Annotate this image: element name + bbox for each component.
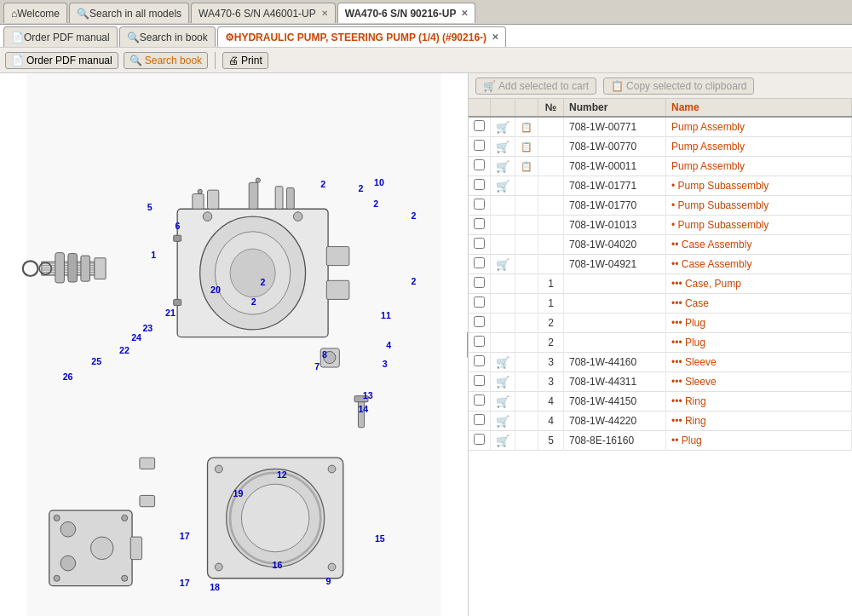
cart-icon[interactable]: 🛒	[496, 141, 509, 153]
cart-icon[interactable]: 🛒	[496, 395, 509, 408]
cart-icon[interactable]: 🛒	[496, 160, 509, 173]
row-checkbox[interactable]	[474, 355, 485, 366]
svg-text:23: 23	[142, 323, 153, 333]
part-name: • Pump Subassembly	[666, 196, 852, 216]
svg-text:2: 2	[411, 210, 416, 221]
tab-wa470-a46001[interactable]: WA470-6 S/N A46001-UP ✕	[191, 3, 336, 23]
row-checkbox[interactable]	[474, 218, 485, 229]
row-checkbox[interactable]	[474, 336, 485, 347]
svg-point-29	[198, 189, 202, 193]
row-checkbox[interactable]	[474, 257, 485, 268]
cart-cell: 🛒	[491, 412, 515, 431]
svg-point-50	[54, 575, 60, 581]
svg-point-38	[328, 465, 336, 473]
row-checkbox[interactable]	[474, 296, 485, 308]
cart-icon[interactable]: 🛒	[496, 258, 509, 271]
part-name: • Pump Subassembly	[666, 176, 852, 196]
part-number: 708-1W-44311	[564, 372, 666, 392]
table-row: 🛒5708-8E-16160•• Plug	[469, 431, 852, 451]
row-checkbox[interactable]	[474, 316, 485, 327]
cart-icon[interactable]: 🛒	[496, 356, 509, 369]
svg-rect-21	[55, 253, 65, 283]
table-row: 2••• Plug	[469, 314, 852, 333]
svg-rect-28	[286, 187, 294, 209]
tab-welcome[interactable]: ⌂ Welcome	[3, 3, 67, 23]
row-checkbox[interactable]	[474, 159, 485, 170]
row-checkbox[interactable]	[474, 434, 485, 445]
svg-rect-27	[275, 187, 283, 210]
collapse-arrow[interactable]: ›	[467, 332, 469, 358]
cart-cell: 🛒	[491, 117, 515, 137]
tab-wa470-90216[interactable]: WA470-6 S/N 90216-UP ✕	[337, 3, 476, 23]
svg-rect-47	[130, 537, 141, 560]
copy-clipboard-button[interactable]: 📋 Copy selected to clipboard	[603, 78, 754, 95]
clip-cell	[515, 196, 538, 216]
close-tab-wa470-a46001[interactable]: ✕	[321, 9, 328, 18]
clip-icon[interactable]: 📋	[521, 141, 532, 152]
row-checkbox[interactable]	[474, 179, 485, 190]
svg-text:2: 2	[373, 199, 378, 209]
cart-icon[interactable]: 🛒	[496, 121, 509, 134]
gear-icon: ⚙	[225, 32, 234, 43]
col-name-header: Name	[666, 99, 852, 117]
cart-icon[interactable]: 🛒	[496, 415, 509, 428]
cart-icon[interactable]: 🛒	[496, 435, 509, 447]
cart-cell: 🛒	[491, 372, 515, 392]
part-name: Pump Assembly	[666, 137, 852, 157]
svg-text:16: 16	[273, 560, 283, 570]
row-checkbox[interactable]	[474, 199, 485, 210]
main-content: 1 2 2 2 2 2 2 2 3 4 5 6 7 8 9 10 11 12 1…	[0, 73, 852, 616]
tab-hydraulic[interactable]: ⚙ HYDRAULIC PUMP, STEERING PUMP (1/4) (#…	[217, 26, 506, 47]
cart-cell	[491, 196, 515, 216]
row-checkbox[interactable]	[474, 120, 485, 131]
tab-search-book[interactable]: 🔍 Search in book	[119, 26, 216, 47]
cart-icon[interactable]: 🛒	[496, 376, 509, 389]
svg-text:8: 8	[322, 349, 327, 360]
row-num: 2	[538, 333, 564, 353]
row-checkbox[interactable]	[474, 375, 485, 386]
row-checkbox[interactable]	[474, 394, 485, 406]
svg-rect-10	[326, 280, 349, 299]
table-row: 1••• Case, Pump	[469, 274, 852, 294]
part-number: 708-1W-01013	[564, 216, 666, 235]
cart-cell: 🛒	[491, 137, 515, 157]
table-row: 708-1W-04020•• Case Assembly	[469, 235, 852, 255]
part-number	[564, 294, 666, 314]
close-tab-wa470-90216[interactable]: ✕	[461, 9, 468, 18]
row-num	[538, 216, 564, 235]
print-icon: 🖨	[228, 55, 239, 66]
cart-cell	[491, 333, 515, 353]
add-to-cart-button[interactable]: 🛒 Add selected to cart	[475, 78, 596, 95]
close-tab-hydraulic[interactable]: ✕	[492, 32, 498, 42]
search-icon: 🔍	[77, 8, 89, 20]
search-book-button[interactable]: 🔍 Search book	[124, 52, 208, 69]
row-num	[538, 235, 564, 255]
clipboard-icon: 📋	[611, 80, 624, 92]
svg-rect-20	[68, 253, 78, 282]
table-row: 708-1W-01770• Pump Subassembly	[469, 196, 852, 216]
svg-rect-8	[174, 299, 181, 305]
row-checkbox[interactable]	[474, 238, 485, 249]
row-checkbox[interactable]	[474, 140, 485, 151]
cart-icon[interactable]: 🛒	[496, 180, 509, 193]
diagram-panel: 1 2 2 2 2 2 2 2 3 4 5 6 7 8 9 10 11 12 1…	[0, 73, 469, 616]
part-name: Pump Assembly	[666, 157, 852, 176]
col-clip-icon	[515, 99, 538, 117]
row-checkbox[interactable]	[474, 277, 485, 288]
row-checkbox[interactable]	[474, 414, 485, 425]
row-num: 2	[538, 314, 564, 333]
tab-search-all[interactable]: 🔍 Search in all models	[69, 3, 189, 23]
clip-icon[interactable]: 📋	[521, 122, 532, 132]
svg-rect-26	[249, 182, 258, 209]
home-icon: ⌂	[11, 8, 17, 20]
clip-cell	[515, 274, 538, 294]
print-button[interactable]: 🖨 Print	[222, 52, 268, 69]
row-num	[538, 117, 564, 137]
col-number-header: Number	[564, 99, 666, 117]
clip-icon[interactable]: 📋	[521, 161, 532, 171]
row-num: 3	[538, 353, 564, 372]
svg-text:19: 19	[233, 488, 244, 498]
part-name: •• Case Assembly	[666, 235, 852, 255]
tab-order-pdf[interactable]: 📄 Order PDF manual	[3, 26, 118, 47]
order-pdf-button[interactable]: 📄 Order PDF manual	[5, 52, 118, 69]
